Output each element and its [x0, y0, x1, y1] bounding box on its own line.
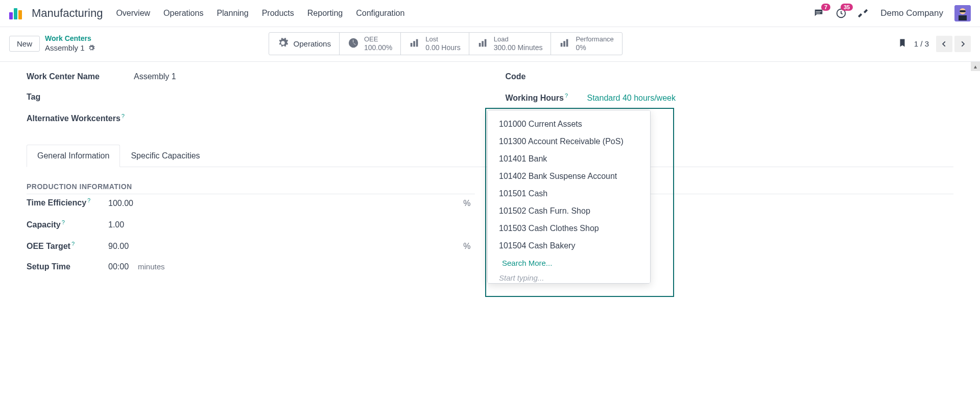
help-icon[interactable]: ? — [62, 219, 65, 225]
company-name[interactable]: Demo Company — [880, 8, 943, 18]
tools-icon[interactable] — [858, 8, 869, 19]
oee-target-value[interactable]: 90.00 — [108, 242, 129, 251]
dropdown-search-more[interactable]: Search More... — [488, 255, 650, 271]
stat-lost[interactable]: Lost 0.00 Hours — [400, 32, 469, 55]
avatar[interactable] — [954, 5, 971, 21]
page-position[interactable]: 1 / 3 — [914, 39, 929, 48]
pager: 1 / 3 — [898, 36, 971, 52]
app-logo-icon[interactable] — [9, 7, 25, 19]
activities-icon[interactable]: 35 — [835, 8, 847, 19]
stat-performance-label: Performance — [576, 36, 613, 43]
dropdown-item[interactable]: 101402 Bank Suspense Account — [488, 168, 650, 185]
tab-general-information[interactable]: General Information — [27, 145, 120, 167]
svg-rect-11 — [561, 43, 563, 47]
alt-workcenters-label: Alternative Workcenters? — [27, 113, 134, 123]
stat-performance-value: 0% — [576, 43, 613, 52]
code-label: Code — [506, 72, 587, 81]
dropdown-item[interactable]: 101504 Cash Bakery — [488, 237, 650, 255]
svg-rect-3 — [959, 15, 967, 20]
stat-operations-label: Operations — [294, 39, 331, 48]
help-icon[interactable]: ? — [87, 197, 90, 203]
stat-oee[interactable]: OEE 100.00% — [339, 32, 401, 55]
breadcrumb-current: Assembly 1 — [45, 43, 95, 53]
stat-operations[interactable]: Operations — [269, 32, 340, 55]
form-sheet: Work Center Name Assembly 1 Tag Alternat… — [0, 62, 980, 303]
pager-prev-button[interactable] — [936, 36, 952, 52]
capacity-value[interactable]: 1.00 — [108, 220, 124, 229]
svg-rect-13 — [566, 39, 568, 47]
nav-right: 7 35 Demo Company — [813, 5, 971, 21]
messages-badge: 7 — [821, 4, 830, 11]
stat-performance[interactable]: Performance 0% — [551, 32, 622, 55]
nav-overview[interactable]: Overview — [116, 9, 150, 18]
stat-oee-label: OEE — [364, 36, 392, 43]
activities-badge: 35 — [841, 4, 853, 11]
bars-icon — [477, 37, 489, 50]
dropdown-item[interactable]: 101300 Account Receivable (PoS) — [488, 133, 650, 150]
gear-icon — [277, 37, 289, 50]
dropdown-item[interactable]: 101502 Cash Furn. Shop — [488, 202, 650, 220]
svg-rect-7 — [416, 39, 418, 47]
breadcrumb-current-text: Assembly 1 — [45, 43, 85, 53]
dropdown-item[interactable]: 101401 Bank — [488, 150, 650, 168]
stat-lost-value: 0.00 Hours — [425, 43, 460, 52]
time-efficiency-label: Time Efficiency? — [27, 197, 108, 208]
help-icon[interactable]: ? — [71, 241, 75, 247]
work-center-name-label: Work Center Name — [27, 72, 134, 81]
bars-icon — [559, 37, 570, 50]
dropdown-item[interactable]: 101503 Cash Clothes Shop — [488, 220, 650, 237]
nav-configuration[interactable]: Configuration — [356, 9, 404, 18]
working-hours-value[interactable]: Standard 40 hours/week — [587, 94, 676, 103]
new-button[interactable]: New — [9, 36, 40, 52]
dropdown-item[interactable]: 101501 Cash — [488, 185, 650, 202]
tab-specific-capacities[interactable]: Specific Capacities — [120, 145, 210, 167]
nav-products[interactable]: Products — [262, 9, 294, 18]
stat-load-label: Load — [494, 36, 543, 43]
stat-load[interactable]: Load 300.00 Minutes — [469, 32, 552, 55]
nav-links: Overview Operations Planning Products Re… — [116, 9, 404, 18]
stat-load-value: 300.00 Minutes — [494, 43, 543, 52]
work-center-name-value[interactable]: Assembly 1 — [134, 72, 176, 81]
svg-rect-10 — [484, 39, 486, 47]
production-section-title: PRODUCTION INFORMATION — [27, 182, 475, 194]
svg-rect-6 — [413, 41, 415, 47]
svg-rect-12 — [564, 41, 566, 47]
svg-rect-5 — [411, 43, 413, 47]
time-efficiency-unit: % — [463, 199, 474, 208]
nav-operations[interactable]: Operations — [163, 9, 203, 18]
svg-rect-4 — [960, 10, 966, 12]
oee-target-unit: % — [463, 242, 474, 251]
nav-planning[interactable]: Planning — [217, 9, 248, 18]
setup-time-unit: minutes — [138, 262, 165, 271]
nav-reporting[interactable]: Reporting — [307, 9, 343, 18]
working-hours-label: Working Hours? — [506, 93, 587, 103]
app-title: Manufacturing — [32, 7, 103, 20]
control-bar: New Work Centers Assembly 1 Operations O… — [0, 27, 980, 62]
bars-icon — [409, 37, 420, 50]
bookmark-icon[interactable] — [898, 37, 907, 50]
pager-next-button[interactable] — [954, 36, 971, 52]
breadcrumb: Work Centers Assembly 1 — [45, 34, 95, 53]
stat-buttons: Operations OEE 100.00% Lost 0.00 Hours — [269, 32, 623, 55]
oee-target-label: OEE Target? — [27, 241, 108, 251]
time-efficiency-value[interactable]: 100.00 — [108, 199, 133, 208]
dropdown-panel[interactable]: 101000 Current Assets 101300 Account Rec… — [487, 110, 651, 284]
svg-rect-9 — [482, 41, 484, 47]
expense-account-dropdown: 101000 Current Assets 101300 Account Rec… — [485, 108, 674, 297]
gear-icon[interactable] — [88, 44, 95, 52]
help-icon[interactable]: ? — [122, 113, 125, 119]
stat-oee-value: 100.00% — [364, 43, 392, 52]
pie-icon — [348, 37, 359, 50]
tag-label: Tag — [27, 93, 134, 102]
messages-icon[interactable]: 7 — [813, 8, 824, 19]
stat-lost-label: Lost — [425, 36, 460, 43]
setup-time-label: Setup Time — [27, 262, 108, 271]
capacity-label: Capacity? — [27, 219, 108, 229]
breadcrumb-parent[interactable]: Work Centers — [45, 34, 95, 43]
svg-rect-8 — [479, 43, 481, 47]
dropdown-start-typing: Start typing... — [488, 271, 650, 284]
dropdown-item[interactable]: 101000 Current Assets — [488, 116, 650, 133]
setup-time-value[interactable]: 00:00 — [108, 262, 129, 271]
help-icon[interactable]: ? — [565, 93, 568, 99]
navbar: Manufacturing Overview Operations Planni… — [0, 0, 980, 27]
